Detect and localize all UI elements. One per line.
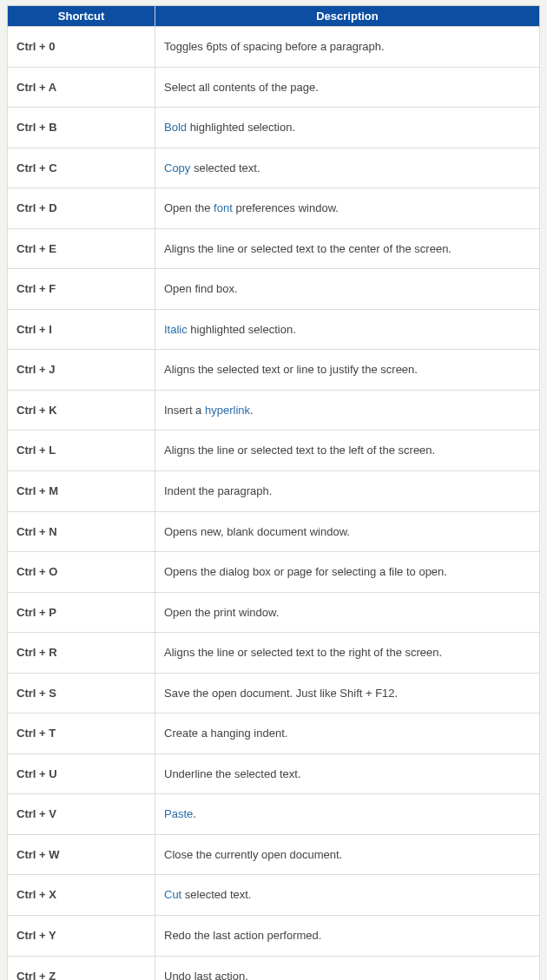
description-text: Aligns the line or selected text to the …: [164, 444, 435, 457]
table-row: Ctrl + WClose the currently open documen…: [8, 834, 540, 875]
description-cell: Italic highlighted selection.: [155, 309, 540, 350]
description-cell: Open find box.: [155, 269, 540, 310]
table-row: Ctrl + IItalic highlighted selection.: [8, 309, 540, 350]
description-cell: Bold highlighted selection.: [155, 108, 540, 148]
description-text: Insert a: [164, 404, 205, 417]
table-row: Ctrl + OOpens the dialog box or page for…: [8, 552, 540, 593]
table-row: Ctrl + JAligns the selected text or line…: [8, 350, 540, 391]
description-cell: Save the open document. Just like Shift …: [155, 673, 540, 714]
description-text: Aligns the line or selected text to the …: [164, 242, 451, 255]
description-text: .: [250, 404, 254, 417]
shortcut-cell: Ctrl + P: [8, 592, 155, 633]
description-text: selected text.: [181, 888, 251, 901]
description-cell: Insert a hyperlink.: [155, 390, 540, 431]
description-text: Close the currently open document.: [164, 848, 342, 861]
table-row: Ctrl + FOpen find box.: [8, 269, 540, 310]
description-text: Underline the selected text.: [164, 767, 301, 780]
description-text: Aligns the selected text or line to just…: [164, 363, 418, 376]
description-cell: Redo the last action performed.: [155, 916, 540, 957]
shortcut-cell: Ctrl + U: [8, 753, 155, 794]
shortcut-cell: Ctrl + R: [8, 633, 155, 674]
shortcut-cell: Ctrl + F: [8, 269, 155, 310]
description-text: Opens the dialog box or page for selecti…: [164, 565, 447, 578]
table-row: Ctrl + LAligns the line or selected text…: [8, 431, 540, 471]
shortcut-cell: Ctrl + D: [8, 188, 155, 229]
description-text: Opens new, blank document window.: [164, 525, 350, 538]
description-cell: Select all contents of the page.: [155, 67, 540, 108]
description-cell: Indent the paragraph.: [155, 471, 540, 512]
shortcuts-table: Shortcut Description Ctrl + 0Toggles 6pt…: [7, 5, 540, 980]
shortcut-cell: Ctrl + 0: [8, 27, 155, 68]
shortcut-cell: Ctrl + O: [8, 552, 155, 593]
table-row: Ctrl + RAligns the line or selected text…: [8, 633, 540, 674]
description-text: Open the print window.: [164, 606, 279, 619]
shortcut-cell: Ctrl + K: [8, 390, 155, 431]
shortcut-cell: Ctrl + T: [8, 714, 155, 754]
description-text: .: [193, 807, 196, 820]
table-row: Ctrl + CCopy selected text.: [8, 148, 540, 188]
description-cell: Aligns the selected text or line to just…: [155, 350, 540, 391]
description-cell: Opens new, blank document window.: [155, 511, 540, 552]
description-cell: Copy selected text.: [155, 148, 540, 188]
table-row: Ctrl + BBold highlighted selection.: [8, 108, 540, 148]
header-shortcut: Shortcut: [8, 6, 155, 27]
description-cell: Open the font preferences window.: [155, 188, 540, 229]
table-row: Ctrl + VPaste.: [8, 794, 540, 835]
shortcut-cell: Ctrl + V: [8, 794, 155, 835]
description-text: preferences window.: [233, 201, 339, 214]
shortcut-cell: Ctrl + Y: [8, 916, 155, 957]
description-text: Create a hanging indent.: [164, 727, 287, 740]
description-cell: Create a hanging indent.: [155, 714, 540, 754]
table-row: Ctrl + POpen the print window.: [8, 592, 540, 633]
description-text: selected text.: [190, 161, 260, 174]
description-cell: Open the print window.: [155, 592, 540, 633]
description-cell: Toggles 6pts of spacing before a paragra…: [155, 27, 540, 68]
description-cell: Aligns the line or selected text to the …: [155, 633, 540, 674]
shortcut-cell: Ctrl + L: [8, 431, 155, 471]
shortcut-cell: Ctrl + N: [8, 511, 155, 552]
table-row: Ctrl + NOpens new, blank document window…: [8, 511, 540, 552]
description-cell: Paste.: [155, 794, 540, 835]
shortcut-cell: Ctrl + I: [8, 309, 155, 350]
table-row: Ctrl + SSave the open document. Just lik…: [8, 673, 540, 714]
table-row: Ctrl + EAligns the line or selected text…: [8, 228, 540, 269]
table-row: Ctrl + 0Toggles 6pts of spacing before a…: [8, 27, 540, 68]
inline-link[interactable]: Bold: [164, 121, 187, 134]
shortcut-cell: Ctrl + J: [8, 350, 155, 391]
description-text: Select all contents of the page.: [164, 81, 319, 94]
table-row: Ctrl + XCut selected text.: [8, 875, 540, 916]
inline-link[interactable]: font: [214, 201, 233, 214]
table-row: Ctrl + DOpen the font preferences window…: [8, 188, 540, 229]
inline-link[interactable]: Italic: [164, 323, 188, 336]
inline-link[interactable]: hyperlink: [205, 404, 250, 417]
description-text: Save the open document. Just like Shift …: [164, 687, 398, 700]
inline-link[interactable]: Paste: [164, 807, 193, 820]
shortcut-cell: Ctrl + C: [8, 148, 155, 188]
table-row: Ctrl + TCreate a hanging indent.: [8, 714, 540, 754]
description-cell: Cut selected text.: [155, 875, 540, 916]
description-text: Redo the last action performed.: [164, 929, 321, 942]
table-row: Ctrl + ASelect all contents of the page.: [8, 67, 540, 108]
inline-link[interactable]: Copy: [164, 161, 190, 174]
shortcut-cell: Ctrl + A: [8, 67, 155, 108]
description-cell: Close the currently open document.: [155, 834, 540, 875]
page: Shortcut Description Ctrl + 0Toggles 6pt…: [0, 0, 547, 980]
description-text: Open find box.: [164, 282, 238, 295]
description-text: highlighted selection.: [188, 323, 296, 336]
header-description: Description: [155, 6, 540, 27]
shortcut-cell: Ctrl + W: [8, 834, 155, 875]
table-row: Ctrl + MIndent the paragraph.: [8, 471, 540, 512]
shortcut-cell: Ctrl + X: [8, 875, 155, 916]
table-row: Ctrl + KInsert a hyperlink.: [8, 390, 540, 431]
shortcut-cell: Ctrl + E: [8, 228, 155, 269]
table-row: Ctrl + UUnderline the selected text.: [8, 753, 540, 794]
description-cell: Aligns the line or selected text to the …: [155, 431, 540, 471]
inline-link[interactable]: Cut: [164, 888, 181, 901]
description-text: Toggles 6pts of spacing before a paragra…: [164, 40, 385, 53]
description-text: Undo last action.: [164, 970, 248, 980]
shortcut-cell: Ctrl + Z: [8, 956, 155, 980]
description-cell: Undo last action.: [155, 956, 540, 980]
description-text: Indent the paragraph.: [164, 484, 272, 497]
table-row: Ctrl + ZUndo last action.: [8, 956, 540, 980]
table-row: Ctrl + YRedo the last action performed.: [8, 916, 540, 957]
